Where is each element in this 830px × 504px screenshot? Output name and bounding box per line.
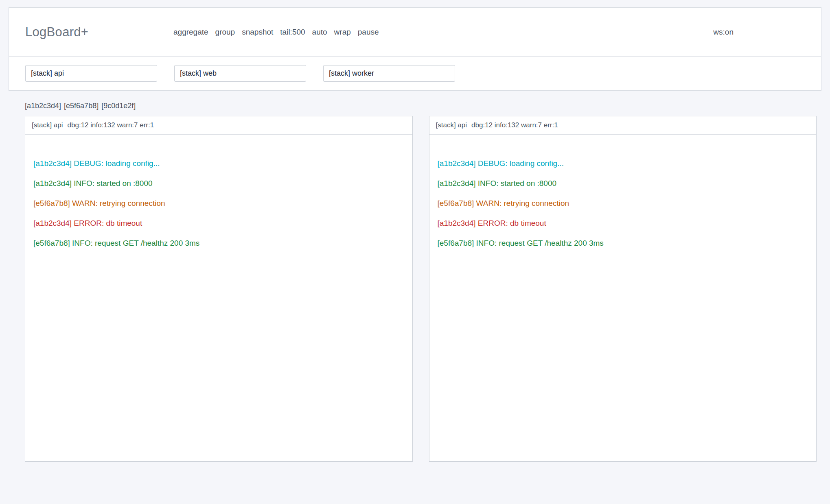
toolbar-menu: aggregate group snapshot tail:500 auto w… xyxy=(173,28,379,37)
log-panel-left: [stack] api dbg:12 info:132 warn:7 err:1… xyxy=(25,116,413,462)
log-line: [e5f6a7b8] INFO: request GET /healthz 20… xyxy=(33,233,404,253)
log-line: [a1b2c3d4] ERROR: db timeout xyxy=(438,213,808,233)
trace-id-row: [a1b2c3d4] [e5f6a7b8] [9c0d1e2f] xyxy=(25,101,817,110)
log-panel-right: [stack] api dbg:12 info:132 warn:7 err:1… xyxy=(429,116,817,462)
top-toolbar: LogBoard+ aggregate group snapshot tail:… xyxy=(9,7,821,91)
menu-item-auto[interactable]: auto xyxy=(312,28,327,37)
panel-source-label: [stack] api xyxy=(32,121,63,129)
menu-item-tail[interactable]: tail:500 xyxy=(280,28,305,37)
filter-bar xyxy=(9,57,821,90)
ws-status-toggle[interactable]: ws:on xyxy=(713,28,734,37)
filter-input-stack-web[interactable] xyxy=(174,65,306,82)
trace-chip-a1b2c3d4[interactable]: [a1b2c3d4] xyxy=(25,102,61,110)
log-scroll-area[interactable]: [a1b2c3d4] DEBUG: loading config... [a1b… xyxy=(429,135,817,461)
log-line: [a1b2c3d4] DEBUG: loading config... xyxy=(33,153,404,173)
panel-level-stats: dbg:12 info:132 warn:7 err:1 xyxy=(471,121,558,129)
panel-source-label: [stack] api xyxy=(436,121,467,129)
app-title: LogBoard+ xyxy=(25,25,173,39)
log-line: [a1b2c3d4] INFO: started on :8000 xyxy=(33,173,404,193)
toolbar-row: LogBoard+ aggregate group snapshot tail:… xyxy=(9,8,821,57)
menu-item-group[interactable]: group xyxy=(215,28,235,37)
menu-item-aggregate[interactable]: aggregate xyxy=(173,28,208,37)
log-line: [a1b2c3d4] INFO: started on :8000 xyxy=(438,173,808,193)
log-line: [a1b2c3d4] ERROR: db timeout xyxy=(33,213,404,233)
trace-chip-e5f6a7b8[interactable]: [e5f6a7b8] xyxy=(64,102,99,110)
menu-item-wrap[interactable]: wrap xyxy=(334,28,351,37)
trace-chip-9c0d1e2f[interactable]: [9c0d1e2f] xyxy=(101,102,136,110)
log-line: [e5f6a7b8] WARN: retrying connection xyxy=(33,193,404,213)
panel-header: [stack] api dbg:12 info:132 warn:7 err:1 xyxy=(429,116,817,135)
log-line: [a1b2c3d4] DEBUG: loading config... xyxy=(438,153,808,173)
log-panels-container: [stack] api dbg:12 info:132 warn:7 err:1… xyxy=(25,116,817,462)
log-line: [e5f6a7b8] WARN: retrying connection xyxy=(438,193,808,213)
filter-input-stack-api[interactable] xyxy=(25,65,157,82)
menu-item-snapshot[interactable]: snapshot xyxy=(242,28,273,37)
menu-item-pause[interactable]: pause xyxy=(358,28,379,37)
log-line: [e5f6a7b8] INFO: request GET /healthz 20… xyxy=(438,233,808,253)
log-scroll-area[interactable]: [a1b2c3d4] DEBUG: loading config... [a1b… xyxy=(25,135,412,461)
panel-level-stats: dbg:12 info:132 warn:7 err:1 xyxy=(68,121,154,129)
filter-input-stack-worker[interactable] xyxy=(323,65,455,82)
panel-header: [stack] api dbg:12 info:132 warn:7 err:1 xyxy=(25,116,412,135)
